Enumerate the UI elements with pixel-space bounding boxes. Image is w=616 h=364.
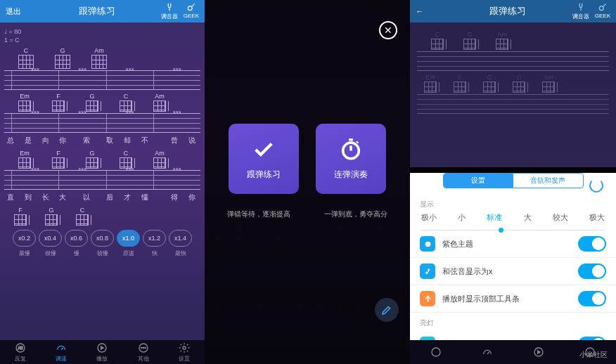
- size-selector[interactable]: 极小 小 标准 大 较大 极大: [410, 212, 616, 230]
- chord-c[interactable]: C: [18, 47, 34, 69]
- geek-button[interactable]: GEEK: [184, 2, 199, 20]
- nav-play[interactable]: [533, 346, 544, 358]
- nav-speed[interactable]: [482, 346, 493, 358]
- stopwatch-icon: [339, 138, 363, 162]
- repeat-icon: [430, 346, 442, 358]
- tuner-button[interactable]: 调音器: [161, 2, 178, 20]
- svg-point-14: [432, 348, 440, 356]
- page-title: 跟弹练习: [34, 5, 161, 18]
- toggle-purple-theme[interactable]: [578, 236, 606, 252]
- tuner-button[interactable]: 调音器: [572, 2, 589, 20]
- practice-mode-button[interactable]: 跟弹练习: [229, 124, 299, 194]
- toggle-toolbar[interactable]: [578, 291, 606, 306]
- nav-repeat[interactable]: [430, 346, 442, 358]
- chord-g[interactable]: G: [55, 47, 70, 69]
- gear-icon: [179, 342, 190, 353]
- nav-repeat[interactable]: AB反复: [15, 342, 26, 363]
- row-toolbar: 播放时显示顶部工具条: [410, 285, 616, 313]
- back-button[interactable]: ←: [416, 7, 444, 15]
- settings-panel: 设置 音轨和发声 显示 极小 小 标准 大 较大 极大 紫色主题 和弦音显示为x…: [410, 173, 616, 364]
- tablature-area[interactable]: ♩ = 80 1 = C C G Am × × ×× × ×× × ×× × ×…: [0, 22, 205, 340]
- play-icon: [96, 342, 108, 353]
- speed-0.8[interactable]: x0.8: [91, 230, 114, 247]
- screen-settings: ← 跟弹练习 调音器 GEEK C G Am Em F G C Am: [410, 0, 616, 364]
- row-purple-theme: 紫色主题: [410, 230, 616, 258]
- header: ← 跟弹练习 调音器 GEEK: [410, 0, 616, 22]
- tempo-key: ♩ = 80 1 = C: [4, 28, 200, 44]
- speed-1.4[interactable]: x1.4: [169, 230, 192, 247]
- section-light: 亮灯: [410, 313, 616, 331]
- svg-point-11: [425, 241, 430, 247]
- gauge-icon: [482, 346, 493, 358]
- back-exit[interactable]: 退出: [6, 6, 34, 17]
- modal-subtitles: 弹错等待，逐渐提高 一弹到底，勇夺高分: [227, 209, 387, 219]
- speed-selector: x0.2 x0.4 x0.6 x0.8 x1.0 x1.2 x1.4: [4, 230, 200, 247]
- speed-1.0[interactable]: x1.0: [117, 230, 140, 247]
- geek-button[interactable]: GEEK: [595, 2, 610, 20]
- svg-point-7: [145, 347, 146, 348]
- speed-0.2[interactable]: x0.2: [13, 230, 36, 247]
- staff-line: × × ×× × ×× × ×× × ×: [4, 70, 200, 90]
- svg-text:AB: AB: [18, 346, 24, 350]
- lyric-line: 直 到 长 大 以 后 才 懂 得 你 不 容 易: [7, 193, 200, 202]
- tab-preview: C G Am Em F G C Am: [410, 22, 616, 167]
- perform-mode-button[interactable]: 连弹演奏: [316, 124, 386, 194]
- staff-line: × × ×× × ×× × ×× × ×: [4, 113, 200, 133]
- size-slider[interactable]: [421, 230, 605, 230]
- toggle-chord-x[interactable]: [578, 264, 606, 279]
- watermark: 小米社区: [579, 350, 608, 360]
- staff-line: × × ×× × ×× × ×× × ×: [4, 170, 200, 190]
- nav-play[interactable]: 播放: [96, 342, 108, 363]
- seg-tracks[interactable]: 音轨和发声: [513, 174, 583, 188]
- svg-point-6: [143, 347, 143, 348]
- nav-other[interactable]: 其他: [138, 342, 149, 363]
- speed-0.6[interactable]: x0.6: [65, 230, 88, 247]
- edit-icon: [380, 304, 393, 316]
- more-icon: [138, 342, 149, 353]
- guitar-icon: [598, 2, 608, 12]
- arrow-up-icon: [420, 291, 435, 306]
- nav-speed[interactable]: 调速: [56, 342, 67, 363]
- repeat-icon: AB: [15, 342, 26, 353]
- gauge-icon: [56, 342, 67, 353]
- chord-am[interactable]: Am: [91, 47, 107, 69]
- screen-mode-select: C G Am 每 次 离 开 总 是 装 做 轻 松 的 样 子 多 想 和 从…: [205, 0, 410, 364]
- row-chord-x: 和弦音显示为x: [410, 258, 616, 285]
- music-note-icon: [420, 264, 435, 279]
- section-display: 显示: [410, 194, 616, 212]
- svg-point-8: [183, 346, 186, 349]
- palette-icon: [420, 236, 435, 252]
- chord-row: F G C: [14, 207, 200, 226]
- bottom-bar: AB反复 调速 播放 其他 设置: [0, 340, 205, 364]
- segment-control: 设置 音轨和发声: [443, 173, 584, 188]
- lyric-line: 总 是 向 你 索 取 却 不 曾 说 谢 谢 你: [7, 136, 200, 145]
- screen-tab-view: 退出 跟弹练习 调音器 GEEK ♩ = 80 1 = C C G Am × ×…: [0, 0, 205, 364]
- svg-point-5: [141, 347, 141, 348]
- loading-spinner-icon: [589, 178, 603, 193]
- speed-1.2[interactable]: x1.2: [143, 230, 166, 247]
- close-icon: ✕: [384, 25, 392, 36]
- svg-point-10: [599, 6, 603, 11]
- speed-0.4[interactable]: x0.4: [39, 230, 62, 247]
- tuning-fork-icon: [165, 2, 174, 12]
- guitar-icon: [186, 2, 196, 12]
- chord-row: C G Am: [18, 47, 200, 69]
- svg-point-0: [188, 6, 192, 11]
- fab-button[interactable]: [375, 298, 399, 322]
- page-title: 跟弹练习: [444, 5, 572, 18]
- check-icon: [252, 138, 276, 162]
- seg-settings[interactable]: 设置: [444, 174, 513, 188]
- chord-row: Em F G C Am: [18, 93, 200, 112]
- nav-settings[interactable]: 设置: [179, 342, 190, 363]
- header: 退出 跟弹练习 调音器 GEEK: [0, 0, 205, 22]
- chord-row: Em F G C Am: [18, 150, 200, 169]
- speed-labels: 最慢很慢慢较慢原速快最快: [4, 249, 200, 257]
- play-icon: [533, 346, 544, 358]
- tuning-fork-icon: [576, 2, 586, 12]
- close-button[interactable]: ✕: [379, 21, 397, 39]
